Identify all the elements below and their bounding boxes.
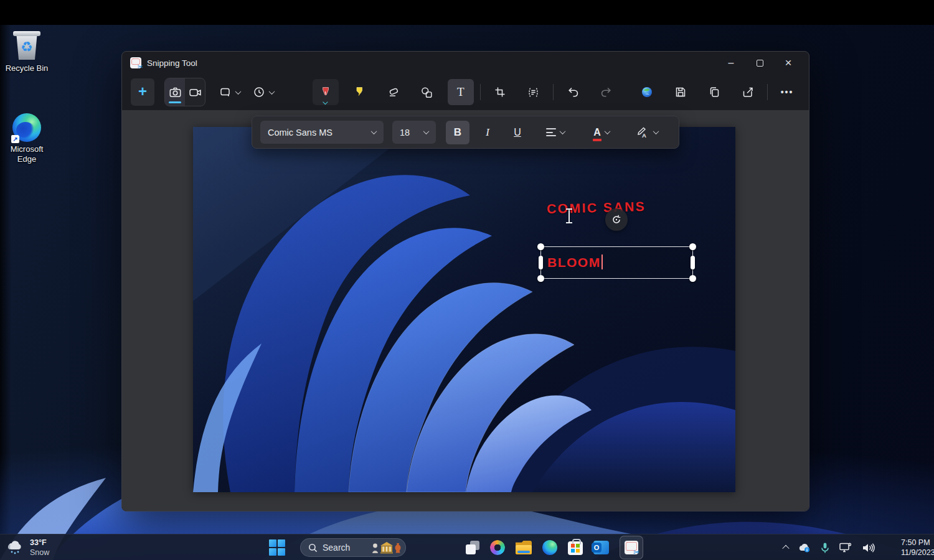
titlebar[interactable]: ✂ Snipping Tool – × — [122, 52, 809, 74]
window-title: Snipping Tool — [147, 58, 197, 68]
weather-widget[interactable]: 33°F Snow — [6, 534, 49, 560]
more-icon: ••• — [781, 87, 794, 97]
text-box-value: BLOOM — [547, 255, 601, 269]
copilot-button[interactable] — [490, 540, 505, 555]
resize-handle-bottom-right[interactable] — [689, 275, 696, 282]
resize-handle-top-left[interactable] — [537, 243, 544, 250]
text-format-bar: Comic Sans MS 18 B I U — [252, 116, 679, 149]
plus-icon: + — [138, 84, 147, 99]
font-family-value: Comic Sans MS — [268, 128, 367, 138]
divider — [767, 84, 768, 100]
pen-tool-button[interactable] — [313, 79, 339, 105]
delay-dropdown[interactable] — [250, 79, 276, 105]
visual-search-button[interactable] — [634, 79, 660, 105]
copy-icon — [708, 86, 720, 98]
text-style-dropdown[interactable]: A — [629, 121, 665, 144]
save-icon — [674, 86, 687, 98]
camera-icon — [169, 86, 182, 99]
font-family-dropdown[interactable]: Comic Sans MS — [260, 121, 384, 144]
shortcut-arrow-icon: ↗ — [11, 135, 19, 143]
snip-canvas[interactable]: COMIC SANS BLOOM — [193, 127, 735, 492]
font-size-dropdown[interactable]: 18 — [392, 121, 436, 144]
new-snip-button[interactable]: + — [131, 78, 154, 106]
desktop-icon-microsoft-edge[interactable]: ↗ Microsoft Edge — [0, 113, 54, 165]
more-options-button[interactable]: ••• — [774, 79, 800, 105]
eraser-tool-button[interactable] — [380, 79, 407, 105]
pen-icon — [319, 86, 332, 98]
taskbar-apps: O ✂ — [466, 534, 643, 560]
annotation-heading-text[interactable]: COMIC SANS — [547, 199, 646, 217]
eraser-icon — [387, 86, 400, 98]
snow-cloud-icon — [6, 539, 25, 556]
close-button[interactable]: × — [774, 52, 803, 74]
resize-handle-top-right[interactable] — [689, 243, 696, 250]
alignment-dropdown[interactable] — [538, 121, 573, 144]
chevron-down-icon — [423, 128, 430, 134]
font-color-dropdown[interactable]: A — [584, 121, 619, 144]
italic-button[interactable]: I — [476, 121, 499, 144]
text-actions-button[interactable] — [521, 79, 547, 105]
highlighter-icon — [353, 86, 366, 98]
minimize-button[interactable]: – — [717, 52, 745, 74]
divider — [480, 84, 481, 100]
letterbox-top — [0, 0, 934, 25]
record-mode-button[interactable] — [185, 78, 205, 106]
resize-handle-bottom-left[interactable] — [537, 275, 544, 282]
chevron-down-icon — [323, 100, 328, 105]
text-box-content[interactable]: BLOOM — [547, 254, 603, 270]
volume-icon[interactable] — [862, 543, 875, 553]
text-box[interactable]: BLOOM — [540, 246, 693, 279]
bold-icon: B — [454, 126, 461, 139]
undo-button[interactable] — [560, 79, 586, 105]
save-button[interactable] — [667, 79, 694, 105]
resize-handle-right[interactable] — [691, 256, 695, 269]
edge-icon: ↗ — [12, 113, 41, 142]
share-button[interactable] — [735, 79, 761, 105]
onedrive-cloud-icon[interactable] — [798, 543, 811, 553]
microphone-icon[interactable] — [821, 542, 829, 554]
close-icon: × — [785, 56, 791, 70]
font-size-value: 18 — [400, 128, 420, 138]
bold-button[interactable]: B — [446, 121, 469, 144]
network-icon[interactable] — [839, 542, 852, 553]
share-icon — [742, 86, 754, 98]
desktop-icon-recycle-bin[interactable]: ♻ Recycle Bin — [0, 31, 54, 73]
shapes-tool-button[interactable] — [414, 79, 440, 105]
file-explorer-button[interactable] — [516, 541, 532, 554]
edge-taskbar-button[interactable] — [542, 540, 557, 555]
copy-button[interactable] — [701, 79, 727, 105]
outlook-button[interactable]: O — [593, 541, 609, 554]
text-tool-icon: T — [457, 85, 465, 99]
crop-button[interactable] — [487, 79, 513, 105]
text-cursor-ibeam — [565, 208, 573, 225]
visual-search-globe-icon — [640, 85, 654, 99]
rotate-handle[interactable] — [605, 208, 628, 231]
microsoft-store-button[interactable] — [568, 541, 583, 555]
desktop-icon-label: Microsoft Edge — [5, 144, 49, 165]
start-button[interactable] — [269, 539, 285, 556]
resize-handle-left[interactable] — [539, 256, 543, 269]
snip-shape-dropdown[interactable] — [217, 79, 243, 105]
chevron-down-icon — [269, 88, 275, 95]
recycle-glyph: ♻ — [21, 35, 33, 60]
statue-bust-icon — [371, 543, 379, 554]
undo-icon — [567, 86, 579, 98]
task-view-button[interactable] — [466, 541, 479, 554]
screenshot-mode-button[interactable] — [165, 78, 185, 106]
tray-clock[interactable]: 7:50 PM 11/9/2023 — [901, 538, 934, 558]
redo-button[interactable] — [593, 79, 620, 105]
hidden-icons-chevron[interactable] — [782, 545, 789, 552]
museum-building-icon — [380, 542, 394, 554]
highlighter-tool-button[interactable] — [346, 79, 372, 105]
video-camera-icon — [189, 86, 202, 99]
shapes-icon — [420, 86, 433, 99]
rectangle-snip-icon — [219, 86, 232, 98]
divider — [553, 84, 554, 100]
maximize-button[interactable] — [745, 52, 774, 74]
snipping-tool-taskbar-button[interactable]: ✂ — [620, 536, 643, 559]
search-box[interactable]: Search — [300, 538, 406, 557]
system-tray — [783, 534, 875, 560]
outlook-letter: O — [592, 543, 601, 553]
underline-button[interactable]: U — [506, 121, 529, 144]
text-tool-button[interactable]: T — [448, 79, 474, 105]
